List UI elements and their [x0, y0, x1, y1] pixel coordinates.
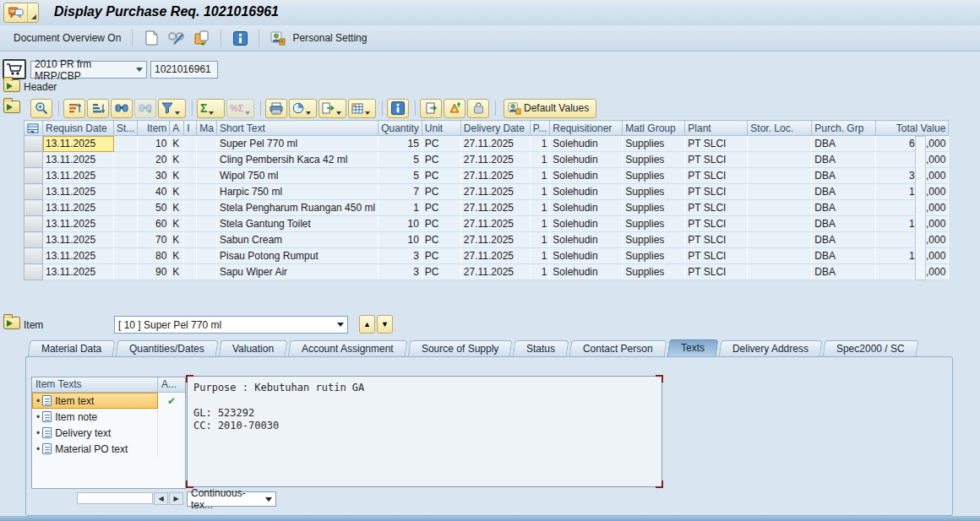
table-cell[interactable]: Supplies: [623, 152, 685, 168]
table-cell[interactable]: 150,000: [876, 216, 949, 232]
print-icon[interactable]: [265, 99, 287, 118]
row-select-button[interactable]: [24, 184, 43, 200]
table-cell[interactable]: Supplies: [623, 216, 685, 232]
scroll-left-icon[interactable]: ◀: [154, 492, 168, 505]
table-cell[interactable]: PC: [422, 216, 460, 232]
table-cell[interactable]: [748, 232, 812, 248]
table-cell[interactable]: K: [170, 248, 184, 264]
table-cell[interactable]: [748, 248, 812, 264]
table-cell[interactable]: PT SLCI: [685, 168, 748, 184]
table-cell[interactable]: [197, 168, 217, 184]
table-cell[interactable]: 1: [530, 184, 549, 200]
table-cell[interactable]: 50: [138, 200, 170, 216]
column-header[interactable]: I: [184, 121, 197, 136]
find-icon[interactable]: [111, 99, 133, 118]
display-change-icon[interactable]: [166, 29, 187, 47]
table-cell[interactable]: [184, 152, 197, 168]
table-cell[interactable]: 330,000: [876, 168, 949, 184]
table-cell[interactable]: DBA: [812, 136, 876, 152]
table-cell[interactable]: PC: [422, 152, 460, 168]
table-cell[interactable]: [197, 232, 217, 248]
pr-document-type-select[interactable]: 2010 PR frm MRP/CBP: [30, 61, 147, 79]
table-cell[interactable]: 175,000: [876, 184, 949, 200]
items-collapse-icon[interactable]: [3, 100, 20, 113]
row-select-button[interactable]: [24, 248, 43, 264]
column-header[interactable]: Stor. Loc.: [748, 121, 812, 136]
export-icon[interactable]: [318, 99, 346, 118]
table-cell[interactable]: [114, 216, 138, 232]
column-header[interactable]: Purch. Grp: [812, 121, 876, 136]
table-cell[interactable]: 7: [378, 184, 422, 200]
table-cell[interactable]: 13.11.2025: [43, 248, 114, 264]
filter-icon[interactable]: [158, 99, 186, 118]
table-cell[interactable]: 75,000: [876, 264, 949, 280]
personal-setting-icon[interactable]: [268, 29, 288, 47]
table-cell[interactable]: 13.11.2025: [43, 168, 114, 184]
table-cell[interactable]: [184, 264, 197, 280]
layout-icon[interactable]: [348, 99, 376, 118]
table-cell[interactable]: 30: [138, 168, 170, 184]
column-header[interactable]: Total Value: [876, 121, 949, 136]
table-cell[interactable]: 27.11.2025: [460, 264, 530, 280]
table-cell[interactable]: Super Pel 770 ml: [217, 136, 378, 152]
table-cell[interactable]: PT SLCI: [685, 216, 748, 232]
table-cell[interactable]: [114, 168, 138, 184]
row-select-button[interactable]: [24, 168, 43, 184]
table-cell[interactable]: Supplies: [623, 184, 685, 200]
tab-source-of-supply[interactable]: Source of Supply: [408, 340, 513, 357]
table-cell[interactable]: 1: [530, 136, 549, 152]
personal-setting-label[interactable]: Personal Setting: [292, 32, 367, 44]
table-cell[interactable]: PC: [422, 168, 460, 184]
row-select-button[interactable]: [24, 136, 43, 152]
table-cell[interactable]: 13.11.2025: [43, 152, 114, 168]
tab-valuation[interactable]: Valuation: [219, 340, 288, 357]
details-icon[interactable]: [30, 99, 52, 118]
table-cell[interactable]: 27.11.2025: [460, 248, 530, 264]
table-cell[interactable]: [184, 200, 197, 216]
table-scrollbar[interactable]: [915, 136, 926, 280]
session-menu-caret[interactable]: [27, 3, 38, 22]
table-cell[interactable]: Sabun Cream: [217, 232, 378, 248]
default-values-button[interactable]: Default Values: [504, 99, 596, 118]
table-cell[interactable]: Solehudin: [550, 248, 623, 264]
table-cell[interactable]: DBA: [812, 264, 876, 280]
column-header[interactable]: Quantity: [378, 121, 422, 136]
table-cell[interactable]: PC: [422, 136, 460, 152]
display-variant-icon[interactable]: [289, 99, 317, 118]
table-cell[interactable]: PT SLCI: [685, 136, 748, 152]
table-cell[interactable]: Stela Pengharum Ruangan 450 ml: [217, 200, 378, 216]
table-cell[interactable]: K: [170, 152, 184, 168]
table-cell[interactable]: Supplies: [623, 136, 685, 152]
table-cell[interactable]: Solehudin: [550, 152, 623, 168]
tab-delivery-address[interactable]: Delivery Address: [719, 340, 823, 357]
table-cell[interactable]: K: [170, 184, 184, 200]
session-menu-button[interactable]: [3, 3, 39, 23]
table-cell[interactable]: 27.11.2025: [460, 200, 530, 216]
table-cell[interactable]: [748, 136, 812, 152]
header-expand-icon[interactable]: [3, 79, 20, 92]
table-cell[interactable]: 20: [138, 152, 170, 168]
table-cell[interactable]: [197, 248, 217, 264]
table-cell[interactable]: PT SLCI: [685, 152, 748, 168]
table-cell[interactable]: PT SLCI: [685, 200, 748, 216]
table-cell[interactable]: K: [170, 216, 184, 232]
find-next-icon[interactable]: [134, 99, 156, 118]
table-cell[interactable]: Solehudin: [550, 232, 623, 248]
table-cell[interactable]: [114, 152, 138, 168]
tab-account-assignment[interactable]: Account Assignment: [288, 340, 408, 357]
pr-number-field[interactable]: 1021016961: [150, 61, 218, 79]
table-cell[interactable]: 60: [138, 216, 170, 232]
column-header[interactable]: Requisn Date: [43, 121, 114, 136]
table-cell[interactable]: PC: [422, 248, 460, 264]
table-cell[interactable]: 13.11.2025: [43, 184, 114, 200]
editor-text[interactable]: Purpose : Kebutuhan rutin GA GL: 523292 …: [193, 382, 364, 432]
table-cell[interactable]: Solehudin: [550, 168, 623, 184]
table-cell[interactable]: [184, 136, 197, 152]
sort-ascending-icon[interactable]: [63, 99, 85, 118]
shopping-bag-icon[interactable]: [467, 99, 489, 118]
table-cell[interactable]: [197, 184, 217, 200]
column-header[interactable]: P...: [530, 121, 549, 136]
table-cell[interactable]: 10: [138, 136, 170, 152]
table-cell[interactable]: [197, 136, 217, 152]
row-select-button[interactable]: [24, 216, 43, 232]
